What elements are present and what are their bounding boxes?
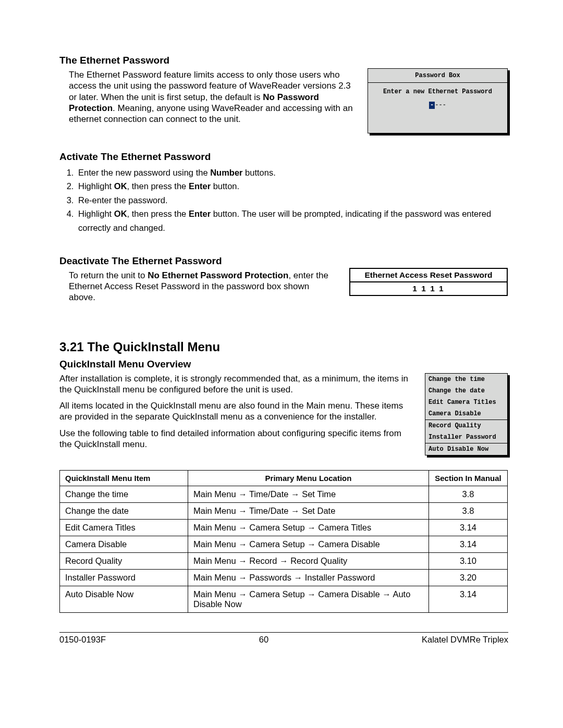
- table-cell-item: Change the date: [60, 502, 188, 519]
- qi-menu-item: Auto Disable Now: [425, 443, 507, 455]
- table-row: Change the dateMain Menu → Time/Date → S…: [60, 502, 508, 519]
- deactivate-paragraph: To return the unit to No Ethernet Passwo…: [69, 270, 337, 303]
- text-fragment: buttons.: [243, 168, 276, 177]
- text-fragment: Re-enter the password.: [78, 195, 168, 205]
- table-cell-path: Main Menu → Time/Date → Set Date: [188, 502, 429, 519]
- password-box-title: Password Box: [368, 69, 507, 82]
- table-cell-section: 3.8: [429, 502, 508, 519]
- table-row: Auto Disable NowMain Menu → Camera Setup…: [60, 586, 508, 612]
- table-header: QuickInstall Menu Item: [60, 470, 188, 486]
- footer-right: Kalatel DVMRe Triplex: [422, 635, 508, 645]
- table-cell-section: 3.8: [429, 486, 508, 502]
- heading-qi-overview: QuickInstall Menu Overview: [59, 359, 508, 370]
- table-cell-section: 3.20: [429, 569, 508, 586]
- reset-box-value: 1 1 1 1: [350, 282, 507, 295]
- text-fragment: Highlight: [78, 181, 114, 191]
- table-cell-section: 3.14: [429, 586, 508, 612]
- qi-menu-item: Record Quality: [425, 420, 507, 431]
- table-cell-section: 3.14: [429, 519, 508, 536]
- qi-p3: Use the following table to find detailed…: [59, 428, 412, 450]
- qi-menu-item: Edit Camera Titles: [425, 397, 507, 408]
- table-cell-section: 3.14: [429, 536, 508, 552]
- step-item: Enter the new password using the Number …: [76, 166, 508, 179]
- activate-steps: Enter the new password using the Number …: [59, 166, 508, 235]
- quickinstall-row: After installation is complete, it is st…: [59, 373, 508, 455]
- text-fragment: Enter the new password using the: [78, 168, 210, 177]
- table-cell-path: Main Menu → Record → Record Quality: [188, 552, 429, 569]
- table-cell-item: Change the time: [60, 486, 188, 502]
- text-fragment: Highlight: [78, 209, 114, 218]
- table-cell-item: Camera Disable: [60, 536, 188, 552]
- table-cell-item: Auto Disable Now: [60, 586, 188, 612]
- quickinstall-menu-box: Change the time Change the date Edit Cam…: [425, 373, 508, 455]
- text-bold: OK: [114, 181, 127, 191]
- table-cell-path: Main Menu → Camera Setup → Camera Disabl…: [188, 586, 429, 612]
- page-footer: 0150-0193F 60 Kalatel DVMRe Triplex: [59, 632, 508, 645]
- password-input-display: ----: [368, 98, 507, 109]
- footer-left: 0150-0193F: [59, 635, 106, 645]
- text-fragment: , then press the: [127, 181, 189, 191]
- step-item: Highlight OK, then press the Enter butto…: [76, 179, 508, 193]
- table-row: Change the timeMain Menu → Time/Date → S…: [60, 486, 508, 502]
- heading-activate: Activate The Ethernet Password: [59, 151, 508, 163]
- password-box-subtitle: Enter a new Ethernet Password: [368, 83, 507, 98]
- password-mask: ---: [435, 102, 446, 109]
- deactivate-row: To return the unit to No Ethernet Passwo…: [59, 270, 508, 309]
- table-cell-path: Main Menu → Camera Setup → Camera Disabl…: [188, 536, 429, 552]
- text-bold: Number: [210, 168, 242, 177]
- table-cell-path: Main Menu → Camera Setup → Camera Titles: [188, 519, 429, 536]
- heading-ethernet-password: The Ethernet Password: [59, 55, 508, 66]
- table-cell-item: Edit Camera Titles: [60, 519, 188, 536]
- text-fragment: , then press the: [127, 209, 189, 218]
- table-cell-path: Main Menu → Passwords → Installer Passwo…: [188, 569, 429, 586]
- ethernet-row: The Ethernet Password feature limits acc…: [59, 69, 508, 133]
- page: The Ethernet Password The Ethernet Passw…: [0, 0, 563, 728]
- table-cell-section: 3.10: [429, 552, 508, 569]
- text-bold: Enter: [189, 181, 211, 191]
- table-row: Edit Camera TitlesMain Menu → Camera Set…: [60, 519, 508, 536]
- heading-quickinstall: 3.21 The QuickInstall Menu: [59, 340, 508, 354]
- cursor-icon: -: [429, 102, 435, 109]
- text-bold: Enter: [189, 209, 211, 218]
- heading-deactivate: Deactivate The Ethernet Password: [59, 255, 508, 267]
- footer-center: 60: [259, 635, 268, 645]
- qi-p1: After installation is complete, it is st…: [59, 373, 412, 396]
- qi-text: After installation is complete, it is st…: [59, 373, 412, 455]
- password-box: Password Box Enter a new Ethernet Passwo…: [368, 68, 508, 133]
- ethernet-paragraph: The Ethernet Password feature limits acc…: [69, 69, 357, 125]
- qi-menu-item: Camera Disable: [425, 408, 507, 419]
- content-area: The Ethernet Password The Ethernet Passw…: [59, 55, 508, 613]
- text-bold: No Ethernet Password Protection: [148, 270, 288, 280]
- table-header-row: QuickInstall Menu Item Primary Menu Loca…: [60, 470, 508, 486]
- qi-menu-item: Change the date: [425, 385, 507, 397]
- deactivate-text: To return the unit to No Ethernet Passwo…: [69, 270, 337, 309]
- reset-box-title: Ethernet Access Reset Password: [350, 269, 507, 282]
- table-row: Record QualityMain Menu → Record → Recor…: [60, 552, 508, 569]
- table-row: Camera DisableMain Menu → Camera Setup →…: [60, 536, 508, 552]
- quickinstall-table: QuickInstall Menu Item Primary Menu Loca…: [59, 470, 508, 613]
- qi-menu-item: Change the time: [425, 374, 507, 385]
- qi-p2: All items located in the QuickInstall me…: [59, 400, 412, 423]
- reset-password-box: Ethernet Access Reset Password 1 1 1 1: [349, 268, 508, 296]
- ethernet-text: The Ethernet Password feature limits acc…: [69, 69, 357, 133]
- step-item: Highlight OK, then press the Enter butto…: [76, 207, 508, 235]
- table-cell-item: Record Quality: [60, 552, 188, 569]
- table-cell-item: Installer Password: [60, 569, 188, 586]
- table-cell-path: Main Menu → Time/Date → Set Time: [188, 486, 429, 502]
- table-header: Section In Manual: [429, 470, 508, 486]
- text-fragment: To return the unit to: [69, 270, 148, 280]
- text-fragment: button.: [211, 181, 239, 191]
- table-header: Primary Menu Location: [188, 470, 429, 486]
- text-bold: OK: [114, 209, 127, 218]
- step-item: Re-enter the password.: [76, 193, 508, 207]
- table-row: Installer PasswordMain Menu → Passwords …: [60, 569, 508, 586]
- qi-menu-item: Installer Password: [425, 431, 507, 443]
